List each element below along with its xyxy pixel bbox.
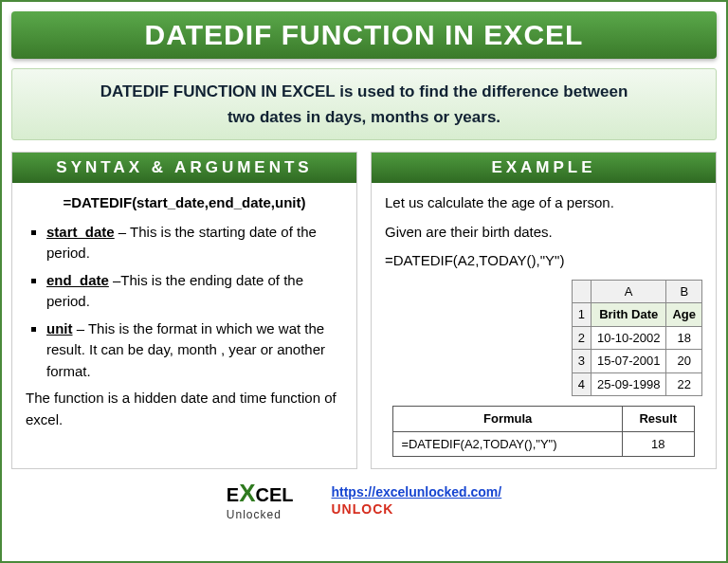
sheet-corner [572, 280, 591, 303]
sheet-col-b: B [666, 280, 702, 303]
page-title: DATEDIF FUNCTION IN EXCEL [11, 11, 717, 59]
example-panel: EXAMPLE Let us calculate the age of a pe… [371, 152, 717, 469]
result-header-result: Result [622, 407, 694, 432]
syntax-note: The function is a hidden date and time f… [26, 388, 343, 430]
result-value: 18 [622, 431, 694, 457]
sheet-header-age: Age [666, 303, 702, 327]
argument-list: start_date – This is the starting date o… [26, 222, 343, 383]
intro-text-1: is used to find the difference between [335, 82, 628, 100]
arg-name: unit [46, 320, 73, 336]
syntax-header: SYNTAX & ARGUMENTS [12, 153, 356, 183]
site-link[interactable]: https://excelunlocked.com/ [331, 484, 501, 499]
example-intro-1: Let us calculate the age of a person. [385, 192, 702, 214]
logo-text-post: CEL [255, 484, 293, 505]
logo-text-pre: E [227, 484, 239, 505]
sheet-cell: 25-09-1998 [591, 372, 666, 396]
arg-unit: unit – This is the format in which we wa… [46, 318, 343, 383]
footer: EXCEL Unlocked https://excelunlocked.com… [11, 479, 717, 521]
sheet-cell: 22 [666, 372, 702, 396]
sheet-header-date: Brith Date [591, 303, 666, 327]
arg-name: end_date [46, 272, 109, 288]
sheet-cell: 18 [666, 326, 702, 350]
syntax-panel: SYNTAX & ARGUMENTS =DATEDIF(start_date,e… [11, 152, 357, 469]
logo: EXCEL Unlocked [227, 479, 294, 521]
sheet-row-n: 4 [572, 372, 591, 396]
sheet-cell: 10-10-2002 [591, 326, 666, 350]
unlock-label: UNLOCK [331, 501, 393, 517]
intro-strong: DATEDIF FUNCTION IN EXCEL [100, 82, 336, 100]
sheet-row-1: 1 [572, 303, 591, 327]
logo-x-icon: X [239, 479, 255, 507]
example-header: EXAMPLE [372, 153, 716, 183]
sheet-cell: 20 [666, 350, 702, 373]
sheet-row-n: 2 [572, 326, 591, 350]
arg-desc: – This is the format in which we wat the… [46, 320, 325, 379]
example-spreadsheet: A B 1 Brith Date Age 2 10-10-2002 18 3 1… [572, 280, 702, 397]
result-table: Formula Result =DATEDIF(A2,TODAY(),"Y") … [392, 406, 694, 457]
intro-text-2: two dates in days, months or years. [228, 108, 500, 126]
example-formula: =DATEDIF(A2,TODAY(),"Y") [385, 250, 702, 272]
result-formula: =DATEDIF(A2,TODAY(),"Y") [393, 431, 623, 457]
sheet-col-a: A [591, 280, 666, 303]
example-intro-2: Given are their birth dates. [385, 222, 702, 244]
arg-name: start_date [46, 224, 115, 240]
result-header-formula: Formula [393, 407, 623, 432]
syntax-formula: =DATEDIF(start_date,end_date,unit) [26, 192, 343, 214]
arg-start-date: start_date – This is the starting date o… [46, 222, 343, 264]
logo-subtext: Unlocked [227, 508, 294, 521]
sheet-row-n: 3 [572, 350, 591, 373]
arg-end-date: end_date –This is the ending date of the… [46, 270, 343, 313]
sheet-cell: 15-07-2001 [591, 350, 666, 373]
intro-banner: DATEDIF FUNCTION IN EXCEL is used to fin… [11, 68, 717, 140]
